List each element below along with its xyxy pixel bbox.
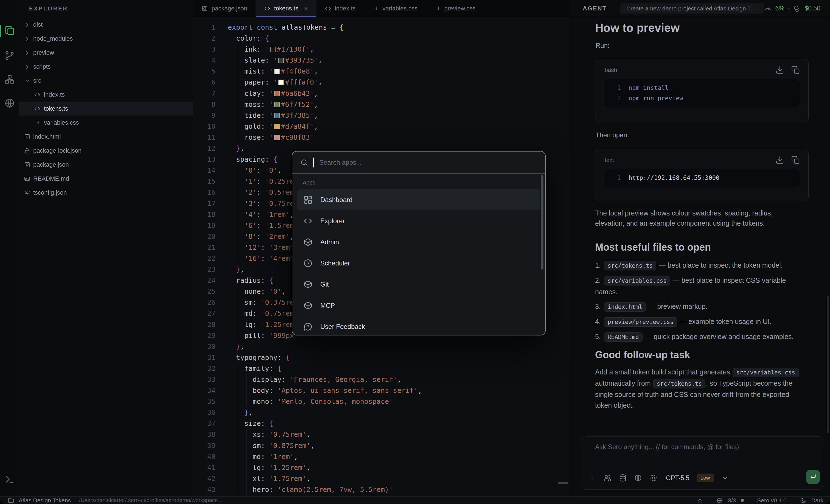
tab-label: variables.css xyxy=(383,5,417,12)
palette-scrollbar[interactable] xyxy=(541,175,543,270)
file-path-pill[interactable]: src/variables.css xyxy=(604,276,670,285)
project-name[interactable]: Atlas Design Tokens xyxy=(19,497,71,504)
globe-icon[interactable] xyxy=(4,98,15,108)
brain-icon[interactable] xyxy=(634,474,642,482)
palette-section-label: Apps xyxy=(303,180,545,186)
files-icon[interactable] xyxy=(4,26,15,36)
globe-icon[interactable] xyxy=(716,497,723,504)
moon-icon[interactable] xyxy=(800,497,806,504)
explorer-item-dist[interactable]: dist xyxy=(19,18,193,32)
code-line: 33 display: 'Fraunces, Georgia, serif', xyxy=(193,374,570,385)
line-number: 42 xyxy=(193,473,228,484)
clock-icon xyxy=(303,259,313,268)
terminal-icon[interactable] xyxy=(4,474,15,484)
useful-file-item: 1.src/tokens.ts — best place to inspect … xyxy=(595,260,800,271)
tab-package.json[interactable]: package.json xyxy=(193,0,256,17)
inline-code-pill[interactable]: src/variables.css xyxy=(733,368,799,377)
svg-text:Ǝ: Ǝ xyxy=(436,6,439,11)
explorer-item-variables.css[interactable]: Ǝvariables.css xyxy=(19,116,193,130)
copy-icon[interactable] xyxy=(791,156,800,164)
app-version: Sero v0.1.0 xyxy=(757,497,786,504)
app-label: Admin xyxy=(320,238,339,246)
return-icon xyxy=(809,473,817,480)
line-number: 41 xyxy=(193,462,228,473)
app-item-Admin[interactable]: Admin xyxy=(297,231,540,253)
status-bar: Atlas Design Tokens /Users/danielcarter/… xyxy=(0,496,830,504)
file-path-pill[interactable]: preview/preview.css xyxy=(604,317,677,327)
close-icon[interactable]: × xyxy=(304,5,308,12)
lock-icon xyxy=(24,148,30,154)
database-icon[interactable] xyxy=(619,474,627,482)
users-icon[interactable] xyxy=(603,474,611,482)
explorer-item-package.json[interactable]: package.json xyxy=(19,158,193,171)
code-line: 2 color: { xyxy=(193,33,570,44)
color-swatch xyxy=(274,124,280,129)
explorer-item-tsconfig.json[interactable]: tsconfig.json xyxy=(19,186,193,199)
download-icon[interactable] xyxy=(775,156,784,164)
bug-icon[interactable] xyxy=(697,497,703,504)
model-name[interactable]: GPT-5.5 xyxy=(666,474,690,482)
openai-logo-icon xyxy=(649,474,658,482)
org-chart-icon[interactable] xyxy=(4,74,15,85)
explorer-item-index.ts[interactable]: index.ts xyxy=(19,88,193,101)
copy-icon[interactable] xyxy=(791,66,800,74)
svg-text:Ǝ: Ǝ xyxy=(374,6,377,11)
search-apps-input[interactable] xyxy=(319,158,537,167)
theme-label[interactable]: Dark xyxy=(811,497,823,504)
code-icon xyxy=(325,5,331,12)
line-number: 1 xyxy=(193,22,228,33)
agent-panel: AGENT Create a new demo project called A… xyxy=(570,0,830,496)
chevron-down-icon[interactable] xyxy=(721,474,729,482)
send-button[interactable] xyxy=(806,470,820,484)
agent-task-pill[interactable]: Create a new demo project called Atlas D… xyxy=(620,3,764,14)
tab-variables.css[interactable]: Ǝvariables.css xyxy=(364,0,426,17)
app-item-Dashboard[interactable]: Dashboard xyxy=(297,189,540,210)
tab-tokens.ts[interactable]: tokens.ts× xyxy=(256,0,316,17)
code-icon xyxy=(34,91,41,98)
horizontal-scrollbar[interactable] xyxy=(558,482,568,484)
file-label: index.ts xyxy=(44,91,65,98)
plus-icon[interactable] xyxy=(588,474,596,482)
effort-badge[interactable]: Low xyxy=(697,474,714,482)
explorer-item-tokens.ts[interactable]: tokens.ts xyxy=(19,101,193,116)
agent-input-card: GPT-5.5 Low xyxy=(581,437,824,490)
app-item-MCP[interactable]: MCP xyxy=(297,295,540,316)
explorer-item-index.html[interactable]: 5index.html xyxy=(19,130,193,144)
tab-index.ts[interactable]: index.ts xyxy=(316,0,364,17)
explorer-item-scripts[interactable]: scripts xyxy=(19,60,193,73)
tab-preview.css[interactable]: Ǝpreview.css xyxy=(426,0,484,17)
app-item-Git[interactable]: Git xyxy=(297,274,540,295)
git-branch-icon[interactable] xyxy=(4,50,15,61)
url-code-card: text 1http://192.168.64.55:3000 xyxy=(595,149,808,201)
line-number: 39 xyxy=(193,440,228,451)
explorer-item-node_modules[interactable]: node_modules xyxy=(19,32,193,45)
file-path-pill[interactable]: src/tokens.ts xyxy=(604,261,656,271)
code-line: 5 mist: '#f4f0e8', xyxy=(193,66,570,77)
ask-sero-input[interactable] xyxy=(595,443,788,451)
status-left: Atlas Design Tokens /Users/danielcarter/… xyxy=(0,497,222,504)
section-heading-useful-files: Most useful files to open xyxy=(595,242,711,253)
app-item-Scheduler[interactable]: Scheduler xyxy=(297,253,540,274)
file-path-pill[interactable]: README.md xyxy=(604,333,642,342)
line-number: 2 xyxy=(193,33,228,44)
chevron-right-icon xyxy=(24,35,30,42)
code-line: 41 lg: '1.25rem', xyxy=(193,462,570,473)
line-number: 40 xyxy=(193,451,228,462)
useful-file-item: 3.index.html — preview markup. xyxy=(595,301,800,312)
download-icon[interactable] xyxy=(775,66,784,74)
file-path-pill[interactable]: index.html xyxy=(604,302,646,312)
run-label: Run: xyxy=(596,42,610,50)
explorer-item-preview[interactable]: preview xyxy=(19,45,193,60)
file-label: variables.css xyxy=(44,119,79,126)
agent-meta: 6% · $0.50 xyxy=(764,4,820,12)
app-item-Explorer[interactable]: Explorer xyxy=(297,210,540,231)
line-number: 27 xyxy=(193,308,228,319)
explorer-item-src[interactable]: src xyxy=(19,73,193,88)
explorer-item-package-lock.json[interactable]: package-lock.json xyxy=(19,144,193,158)
app-item-User Feedback[interactable]: ?User Feedback xyxy=(297,316,540,337)
line-number: 31 xyxy=(193,352,228,363)
agent-scrollbar[interactable] xyxy=(827,296,829,433)
explorer-item-README.md[interactable]: README.md xyxy=(19,171,193,186)
inline-code-pill[interactable]: src/tokens.ts xyxy=(653,379,705,388)
css-icon: Ǝ xyxy=(434,5,441,12)
